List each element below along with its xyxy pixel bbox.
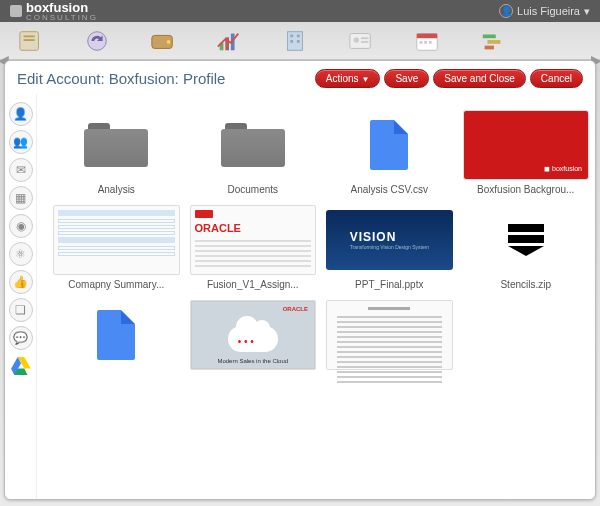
file-item[interactable] (326, 300, 453, 374)
file-item[interactable]: Stencils.zip (463, 205, 590, 290)
svg-rect-11 (297, 34, 300, 37)
file-label: Stencils.zip (500, 279, 551, 290)
file-label: Analysis (98, 184, 135, 195)
user-avatar-icon: 👤 (499, 4, 513, 18)
user-menu[interactable]: 👤 Luis Figueira ▾ (499, 4, 590, 18)
oracle-document-preview: ORACLE (191, 206, 316, 274)
svg-rect-20 (420, 41, 423, 44)
rail-bookmark-icon[interactable]: ❏ (9, 298, 33, 322)
background-image-preview: ◼ boxfusion (464, 111, 589, 179)
user-name: Luis Figueira (517, 5, 580, 17)
app-header: boxfusion CONSULTING 👤 Luis Figueira ▾ (0, 0, 600, 22)
rail-person-icon[interactable]: 👤 (9, 102, 33, 126)
file-thumbnail (53, 110, 180, 180)
panel-title: Edit Account: Boxfusion: Profile (17, 70, 225, 87)
rail-mail-icon[interactable]: ✉ (9, 158, 33, 182)
svg-rect-21 (424, 41, 427, 44)
file-item[interactable] (53, 300, 180, 374)
cloud-image-preview: ORACLE• • •Modern Sales in the Cloud (191, 301, 316, 369)
document-file-icon (370, 120, 408, 170)
svg-rect-22 (429, 41, 432, 44)
svg-point-5 (167, 40, 171, 44)
svg-point-15 (354, 37, 360, 43)
file-thumbnail: ORACLE• • •Modern Sales in the Cloud (190, 300, 317, 370)
logo-mark-icon (10, 5, 22, 17)
document-file-icon (97, 310, 135, 360)
svg-rect-1 (24, 35, 35, 37)
svg-rect-9 (288, 31, 303, 50)
rail-chat-icon[interactable]: 💬 (9, 326, 33, 350)
svg-rect-23 (483, 34, 496, 38)
svg-rect-2 (24, 39, 35, 41)
tool-document-icon[interactable] (14, 26, 48, 56)
file-thumbnail: ◼ boxfusion (463, 110, 590, 180)
tool-calendar-icon[interactable] (410, 26, 444, 56)
tool-wallet-icon[interactable] (146, 26, 180, 56)
tool-gantt-icon[interactable] (476, 26, 510, 56)
brand-watermark: ◼ boxfusion (544, 165, 582, 173)
save-button[interactable]: Save (384, 69, 429, 88)
file-thumbnail: ORACLE (190, 205, 317, 275)
rail-thumbs-up-icon[interactable]: 👍 (9, 270, 33, 294)
rail-group-icon[interactable]: 👥 (9, 130, 33, 154)
file-label: PPT_Final.pptx (355, 279, 423, 290)
caret-down-icon: ▼ (362, 75, 370, 84)
text-document-preview (327, 301, 452, 369)
presentation-preview: VISIONTransforming Vision Design System (326, 210, 453, 270)
file-item[interactable]: ORACLE• • •Modern Sales in the Cloud (190, 300, 317, 374)
folder-icon (84, 123, 148, 167)
file-item[interactable]: ORACLEFusion_V1_Assign... (190, 205, 317, 290)
file-thumbnail (463, 205, 590, 275)
caret-down-icon: ▾ (584, 5, 590, 18)
file-thumbnail (53, 205, 180, 275)
file-item[interactable]: Analysis (53, 110, 180, 195)
file-label: Fusion_V1_Assign... (207, 279, 299, 290)
file-grid-area[interactable]: AnalysisDocumentsAnalysis CSV.csv◼ boxfu… (37, 94, 595, 499)
svg-rect-16 (361, 37, 368, 39)
edit-account-panel: Edit Account: Boxfusion: Profile Actions… (4, 60, 596, 500)
file-item[interactable]: ◼ boxfusionBoxfusion Backgrou... (463, 110, 590, 195)
svg-rect-17 (361, 41, 368, 43)
svg-rect-10 (290, 34, 293, 37)
svg-rect-24 (487, 40, 500, 44)
svg-rect-12 (290, 40, 293, 43)
file-thumbnail (326, 110, 453, 180)
file-label: Documents (227, 184, 278, 195)
file-item[interactable]: Analysis CSV.csv (326, 110, 453, 195)
tool-chart-icon[interactable] (212, 26, 246, 56)
side-icon-rail: 👤 👥 ✉ ▦ ◉ ⚛ 👍 ❏ 💬 (5, 94, 37, 499)
file-thumbnail: VISIONTransforming Vision Design System (326, 205, 453, 275)
panel-header: Edit Account: Boxfusion: Profile Actions… (5, 61, 595, 94)
svg-rect-25 (485, 45, 494, 49)
svg-rect-19 (417, 33, 437, 38)
rail-drive-icon[interactable] (9, 354, 33, 378)
rail-network-icon[interactable]: ⚛ (9, 242, 33, 266)
panel-action-bar: Actions▼ Save Save and Close Cancel (315, 69, 583, 88)
file-label: Comapny Summary... (68, 279, 164, 290)
tool-sync-icon[interactable] (80, 26, 114, 56)
file-thumbnail (53, 300, 180, 370)
form-document-preview (54, 206, 179, 274)
file-item[interactable]: Comapny Summary... (53, 205, 180, 290)
tool-building-icon[interactable] (278, 26, 312, 56)
file-item[interactable]: Documents (190, 110, 317, 195)
folder-icon (221, 123, 285, 167)
cancel-button[interactable]: Cancel (530, 69, 583, 88)
file-item[interactable]: VISIONTransforming Vision Design SystemP… (326, 205, 453, 290)
tool-contacts-icon[interactable] (344, 26, 378, 56)
file-label: Analysis CSV.csv (351, 184, 428, 195)
svg-rect-13 (297, 40, 300, 43)
file-label: Boxfusion Backgrou... (477, 184, 574, 195)
actions-dropdown-button[interactable]: Actions▼ (315, 69, 381, 88)
save-and-close-button[interactable]: Save and Close (433, 69, 526, 88)
logo-subtext: CONSULTING (26, 13, 98, 22)
rail-camera-icon[interactable]: ◉ (9, 214, 33, 238)
rail-calendar-icon[interactable]: ▦ (9, 186, 33, 210)
file-thumbnail (326, 300, 453, 370)
main-toolbar (0, 22, 600, 60)
file-thumbnail (190, 110, 317, 180)
app-logo: boxfusion CONSULTING (10, 0, 98, 22)
stencils-archive-icon (463, 205, 590, 275)
